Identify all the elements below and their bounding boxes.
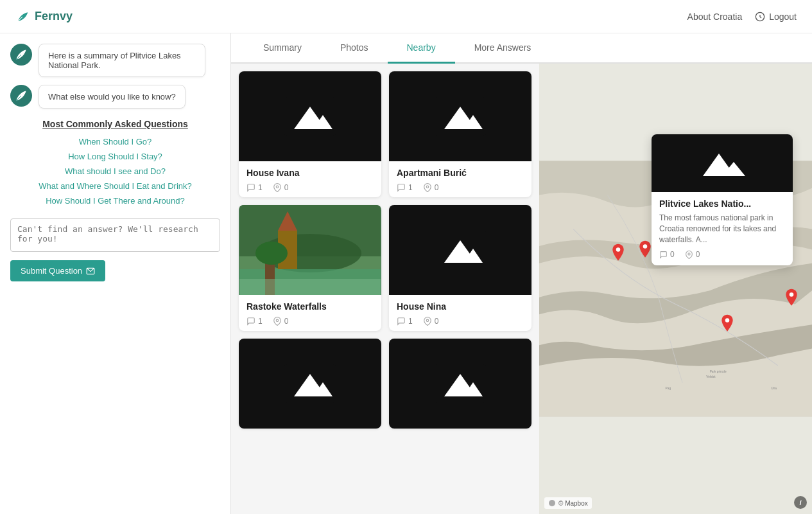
- tab-bar: Summary Photos Nearby More Answers: [231, 33, 812, 64]
- map-pin-1[interactable]: [610, 244, 626, 264]
- card-image-2: [239, 205, 381, 295]
- tab-more-answers[interactable]: More Answers: [455, 33, 551, 64]
- card-image-4: [239, 339, 381, 429]
- map-panel[interactable]: Plitvic... Park prirode Velebit Pag Una: [539, 64, 812, 514]
- faq-section: Most Commonly Asked Questions When Shoul…: [10, 119, 220, 281]
- tab-photos[interactable]: Photos: [321, 33, 388, 64]
- chat-message-1: Here is a summary of Plitvice Lakes Nati…: [10, 44, 220, 77]
- faq-title: Most Commonly Asked Questions: [10, 119, 220, 129]
- svg-point-9: [426, 186, 429, 188]
- svg-point-39: [725, 318, 730, 323]
- comment-count-2: 1: [246, 317, 263, 326]
- card-image-3: [389, 205, 531, 295]
- mountain-icon-3: [435, 231, 486, 269]
- comment-icon-3: [397, 317, 406, 326]
- card-meta-1: 1 0: [397, 183, 524, 192]
- comment-count-1: 1: [397, 183, 413, 192]
- sidebar: Here is a summary of Plitvice Lakes Nati…: [0, 33, 231, 514]
- cards-panel: House Ivana 1 0: [231, 64, 539, 514]
- svg-text:Velebit: Velebit: [706, 375, 716, 378]
- card-apartmani-buric[interactable]: Apartmani Burić 1 0: [389, 71, 531, 197]
- card-body-3: House Nina 1 0: [389, 295, 531, 331]
- logout-button[interactable]: Logout: [755, 12, 797, 22]
- map-pin-4[interactable]: [719, 314, 736, 335]
- mountain-icon-1: [435, 97, 486, 136]
- bot-avatar-2: [10, 85, 32, 107]
- card-body-2: Rastoke Waterfalls 1 0: [239, 295, 381, 331]
- card-body-0: House Ivana 1 0: [239, 161, 381, 197]
- pin-icon-0: [273, 183, 282, 192]
- mountain-icon-0: [284, 97, 336, 136]
- svg-text:Park prirode: Park prirode: [710, 370, 727, 373]
- card-title-0: House Ivana: [246, 168, 374, 178]
- popup-mountain-icon: [696, 144, 748, 182]
- comment-count-3: 1: [397, 317, 413, 326]
- popup-comment-icon: [659, 251, 668, 259]
- popup-comment-count: 0: [659, 250, 675, 259]
- logo-area: Fernvy: [15, 10, 73, 24]
- envelope-icon: [86, 267, 95, 276]
- pin-count-1: 0: [423, 183, 439, 192]
- svg-point-45: [549, 500, 555, 506]
- logo-icon: [15, 10, 30, 24]
- svg-point-19: [276, 319, 279, 322]
- comment-count-0: 1: [246, 183, 263, 192]
- svg-rect-18: [239, 279, 381, 295]
- popup-image: [652, 134, 793, 192]
- svg-point-23: [426, 319, 429, 322]
- pin-count-3: 0: [423, 317, 439, 326]
- map-popup[interactable]: Plitvice Lakes Natio... The most famous …: [652, 134, 793, 265]
- svg-point-44: [688, 253, 690, 255]
- question-input[interactable]: [10, 218, 220, 252]
- map-info-button[interactable]: i: [794, 496, 807, 509]
- tab-nearby[interactable]: Nearby: [388, 33, 455, 64]
- faq-link-3[interactable]: What and Where Should I Eat and Drink?: [10, 181, 220, 191]
- card-image-0: [239, 71, 381, 161]
- faq-link-0[interactable]: When Should I Go?: [10, 137, 220, 146]
- avatar-leaf-icon: [15, 48, 28, 61]
- faq-link-1[interactable]: How Long Should I Stay?: [10, 152, 220, 161]
- submit-question-button[interactable]: Submit Question: [10, 260, 105, 281]
- pin-icon-1: [423, 183, 432, 192]
- card-house-nina[interactable]: House Nina 1 0: [389, 205, 531, 331]
- svg-point-36: [616, 247, 621, 252]
- card-body-1: Apartmani Burić 1 0: [389, 161, 531, 197]
- svg-text:Una: Una: [771, 387, 777, 390]
- pin-count-0: 0: [273, 183, 289, 192]
- mapbox-logo: [548, 499, 556, 507]
- card-title-1: Apartmani Burić: [397, 168, 524, 178]
- map-pin-5[interactable]: [783, 288, 800, 309]
- pin-count-2: 0: [273, 317, 289, 326]
- about-link[interactable]: About Croatia: [687, 12, 743, 22]
- pin-icon-3: [423, 317, 432, 326]
- card-house-ivana[interactable]: House Ivana 1 0: [239, 71, 381, 197]
- card-image-5: [389, 339, 531, 429]
- popup-body: Plitvice Lakes Natio... The most famous …: [652, 192, 793, 265]
- svg-point-17: [255, 242, 288, 265]
- rastoke-photo: [239, 205, 381, 295]
- faq-link-2[interactable]: What should I see and Do?: [10, 166, 220, 176]
- comment-icon-0: [246, 183, 255, 192]
- app-header: Fernvy About Croatia Logout: [0, 0, 812, 33]
- mountain-icon-5: [435, 364, 486, 403]
- popup-title: Plitvice Lakes Natio...: [659, 199, 785, 209]
- logout-icon: [755, 12, 765, 22]
- chat-bubble-1: Here is a summary of Plitvice Lakes Nati…: [39, 44, 205, 77]
- popup-description: The most famous national park in Croatia…: [659, 213, 785, 245]
- faq-link-4[interactable]: How Should I Get There and Around?: [10, 196, 220, 206]
- card-4[interactable]: [239, 339, 381, 429]
- card-rastoke-waterfalls[interactable]: Rastoke Waterfalls 1 0: [239, 205, 381, 331]
- svg-point-5: [276, 186, 279, 188]
- tab-summary[interactable]: Summary: [244, 33, 321, 64]
- svg-text:Pag: Pag: [666, 387, 671, 390]
- comment-icon-2: [246, 317, 255, 326]
- comment-icon-1: [397, 183, 406, 192]
- card-title-3: House Nina: [397, 301, 524, 312]
- svg-point-37: [643, 244, 648, 249]
- mountain-icon-4: [284, 364, 336, 403]
- card-5[interactable]: [389, 339, 531, 429]
- popup-pin-count: 0: [685, 250, 700, 259]
- bot-avatar-1: [10, 44, 32, 66]
- popup-meta: 0 0: [659, 250, 785, 259]
- card-image-1: [389, 71, 531, 161]
